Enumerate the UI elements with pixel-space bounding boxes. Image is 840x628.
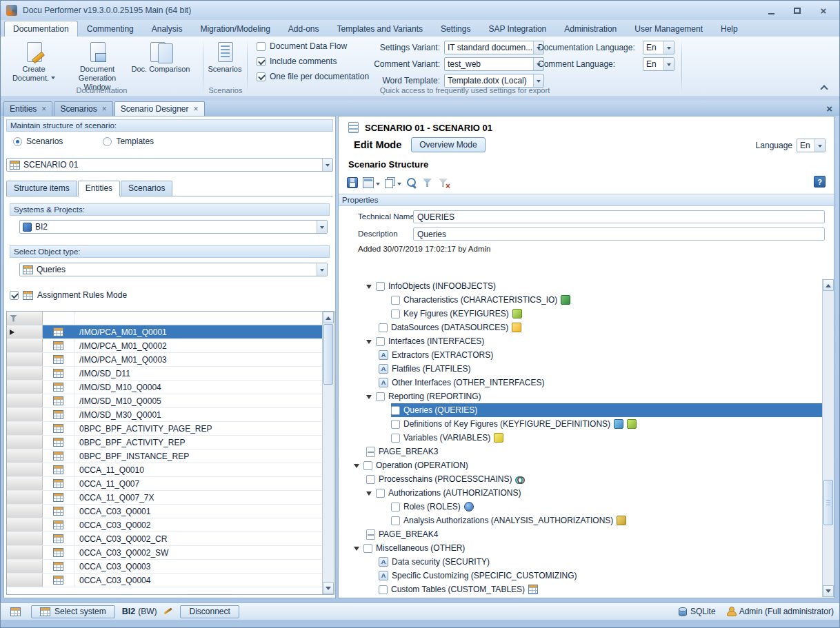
tree-checkbox[interactable] [379,323,388,332]
tree-checkbox[interactable] [391,434,400,443]
settings-variant-select[interactable]: IT standard documen... [444,41,544,54]
checkbox-include-comments[interactable]: Include comments [257,57,369,66]
assignment-rules-checkbox[interactable]: Assignment Rules Mode [10,290,127,300]
ribbon-button-doc-comparison[interactable]: Doc. Comparison [129,38,192,92]
grid-row-0cca-11-q007[interactable]: 0CCA_11_Q007 [7,477,322,491]
scroll-down-button[interactable] [823,585,834,597]
ribbon-button-create-document[interactable]: Create Document. [2,38,66,92]
tree-item-queries-queries[interactable]: Queries (QUERIES) [339,403,822,417]
tab-entities[interactable]: Entities [78,181,120,196]
expander-icon[interactable] [366,394,372,400]
close-tab-icon[interactable]: × [102,105,107,113]
tree-item-data-security-security[interactable]: Data security (SECURITY) [339,555,822,569]
comment-language-select[interactable]: En [643,57,674,71]
scroll-thumb[interactable] [323,324,333,385]
ribbon-button-document-generation-window[interactable]: Document Generation Window [66,38,129,92]
tree-checkbox[interactable] [391,310,400,318]
ribbon-tab-settings[interactable]: Settings [432,21,479,37]
grid-row-imo-sd-d11[interactable]: /IMO/SD_D11 [7,367,322,381]
technical-name-input[interactable]: QUERIES [413,210,825,223]
tree-checkbox[interactable] [391,503,400,511]
tree-item-reporting-reporting[interactable]: Reporting (REPORTING) [339,389,822,403]
grid-row-imo-sd-m10-q0005[interactable]: /IMO/SD_M10_Q0005 [7,394,322,408]
grid-row-0bpc-bpf-instance-rep[interactable]: 0BPC_BPF_INSTANCE_REP [7,449,322,463]
tree-item-datasources-datasources[interactable]: DataSources (DATASOURCES) [339,321,822,334]
ribbon-tab-administration[interactable]: Administration [555,21,626,37]
grid-row-0bpc-bpf-activity-page-rep[interactable]: 0BPC_BPF_ACTIVITY_PAGE_REP [7,422,322,436]
dropdown-button[interactable] [317,221,327,233]
edit-system-icon[interactable] [163,607,173,616]
tree-checkbox[interactable] [366,475,375,484]
tree-item-characteristics-characteristics-io[interactable]: Characteristics (CHARACTERISTICS_IO) [339,293,822,307]
expander-icon[interactable] [366,490,372,496]
tree-item-miscellaneous-other[interactable]: Miscellaneous (OTHER) [339,541,822,555]
tree-item-specific-customizing-specific-customizing[interactable]: Specific Customizing (SPECIFIC_CUSTOMIZI… [339,569,822,583]
toolbar-clear-filter-button[interactable] [438,176,449,190]
tree-item-flatfiles-flatfiles[interactable]: Flatfiles (FLATFILES) [339,362,822,376]
expander-icon[interactable] [366,338,372,345]
grid-scrollbar[interactable] [322,312,334,594]
toolbar-copy-export-button[interactable] [385,176,401,190]
language-select[interactable]: En [797,139,826,152]
scroll-thumb[interactable] [823,480,833,525]
radio-scenarios[interactable]: Scenarios [13,136,63,146]
scroll-up-button[interactable] [323,312,334,323]
tree-checkbox[interactable] [391,296,400,305]
scenario-select[interactable]: SCENARIO 01 [6,158,333,172]
tree-item-variables-variables[interactable]: Variables (VARIABLES) [339,431,822,445]
dropdown-button[interactable] [533,74,543,87]
grid-row-imo-sd-m30-q0001[interactable]: /IMO/SD_M30_Q0001 [7,408,322,422]
tree-item-custom-tables-custom-tables[interactable]: Custom Tables (CUSTOM_TABLES) [339,583,822,596]
grid-row-0cca-11-q007-7x[interactable]: 0CCA_11_Q007_7X [7,491,322,505]
toolbar-search-button[interactable] [406,176,417,190]
grid-row-0cca-11-q0010[interactable]: 0CCA_11_Q0010 [7,463,322,477]
close-tab-icon[interactable]: × [193,105,198,113]
ribbon-tab-migration-modeling[interactable]: Migration/Modeling [191,21,279,37]
tab-scenario-designer[interactable]: Scenario Designer× [114,101,205,116]
close-panel-icon[interactable]: × [826,103,832,114]
tree-checkbox[interactable] [379,585,388,594]
documentation-language-select[interactable]: En [643,41,674,54]
grid-row-imo-pca-m01-q0001[interactable]: /IMO/PCA_M01_Q0001 [7,325,322,339]
ribbon-tab-commenting[interactable]: Commenting [78,21,143,37]
comment-variant-select[interactable]: test_web [444,57,544,71]
dropdown-button[interactable] [814,139,825,152]
word-template-select[interactable]: Template.dotx (Local) [444,74,544,88]
collapse-ribbon-button[interactable] [819,81,830,92]
overview-mode-button[interactable]: Overview Mode [411,137,485,152]
description-input[interactable]: Queries [413,227,825,241]
grid-view-button[interactable] [6,605,24,618]
tree-checkbox[interactable] [376,337,385,346]
scroll-up-button[interactable] [823,279,834,291]
scroll-down-button[interactable] [323,583,334,594]
tree-checkbox[interactable] [391,516,400,525]
dropdown-button[interactable] [317,263,327,276]
tree-item-authorizations-authorizations[interactable]: Authorizations (AUTHORIZATIONS) [339,486,822,500]
tree-checkbox[interactable] [363,544,372,553]
tree-checkbox[interactable] [376,489,385,498]
expander-icon[interactable] [366,283,372,290]
grid-row-0cca-c03-q0001[interactable]: 0CCA_C03_Q0001 [7,505,322,518]
close-tab-icon[interactable]: × [41,105,46,113]
grid-row-0cca-c03-q0003[interactable]: 0CCA_C03_Q0003 [7,560,322,574]
tree-item-processchains-processchains[interactable]: Processchains (PROCESSCHAINS) [339,472,822,486]
tree-checkbox[interactable] [391,406,400,415]
toolbar-filter-button[interactable] [422,176,433,190]
ribbon-tab-sap-integration[interactable]: SAP Integration [479,21,555,37]
toolbar-window-export-button[interactable] [363,176,380,190]
dropdown-button[interactable] [663,41,674,54]
grid-row-0cca-c03-q0002-sw[interactable]: 0CCA_C03_Q0002_SW [7,546,322,560]
tree-item-page-break3[interactable]: PAGE_BREAK3 [339,445,822,458]
tree-checkbox[interactable] [391,420,400,429]
grid-row-0cca-c03-q0002-cr[interactable]: 0CCA_C03_Q0002_CR [7,532,322,546]
grid-filter-row[interactable] [7,312,322,325]
ribbon-tab-analysis[interactable]: Analysis [143,21,192,37]
help-button[interactable]: ? [814,176,826,188]
toolbar-save-button[interactable] [347,176,358,190]
ribbon-tab-documentation[interactable]: Documentation [4,21,78,37]
ribbon-tab-templates-and-variants[interactable]: Templates and Variants [328,21,432,37]
tree-item-analysis-authorizations-analysis-authorizations[interactable]: Analysis Authorizations (ANALYSIS_AUTHOR… [339,514,822,527]
dropdown-button[interactable] [663,58,674,70]
tree-item-interfaces-interfaces[interactable]: Interfaces (INTERFACES) [339,334,822,348]
tab-scenarios[interactable]: Scenarios [121,181,172,196]
